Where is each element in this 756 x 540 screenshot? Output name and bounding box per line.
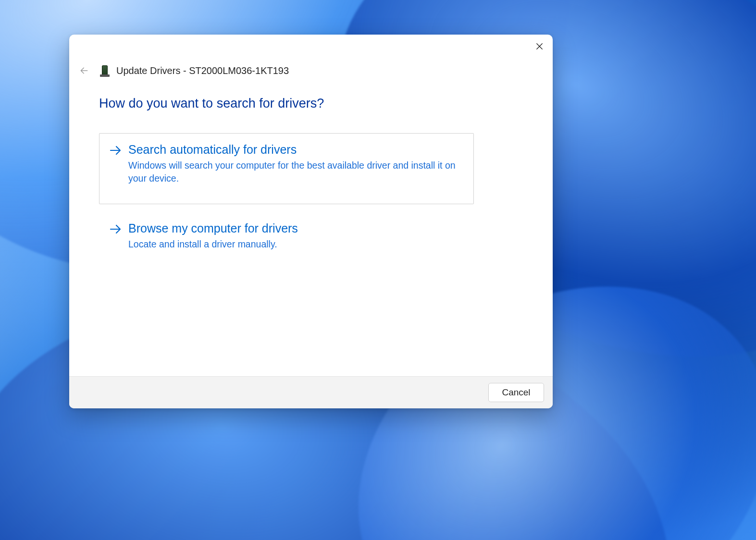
option-description: Windows will search your computer for th… [128,159,464,184]
arrow-right-icon [109,224,122,236]
close-button[interactable] [529,37,550,55]
option-description: Locate and install a driver manually. [128,238,464,250]
arrow-right-icon [109,145,122,158]
option-browse-computer[interactable]: Browse my computer for drivers Locate an… [99,212,474,270]
dialog-title: Update Drivers - ST2000LM036-1KT193 [116,65,289,76]
cancel-button[interactable]: Cancel [488,383,544,402]
back-button[interactable] [77,63,91,78]
update-drivers-dialog: Update Drivers - ST2000LM036-1KT193 How … [69,35,553,408]
dialog-content: How do you want to search for drivers? S… [69,78,553,376]
dialog-heading: How do you want to search for drivers? [99,96,523,111]
disk-drive-icon [100,64,110,77]
option-title: Search automatically for drivers [128,142,464,157]
close-icon [536,43,543,50]
option-search-automatically[interactable]: Search automatically for drivers Windows… [99,133,474,204]
option-title: Browse my computer for drivers [128,221,464,236]
dialog-titlebar [69,35,553,57]
dialog-footer: Cancel [69,376,553,408]
arrow-left-icon [79,66,89,75]
dialog-title-row: Update Drivers - ST2000LM036-1KT193 [69,57,553,78]
